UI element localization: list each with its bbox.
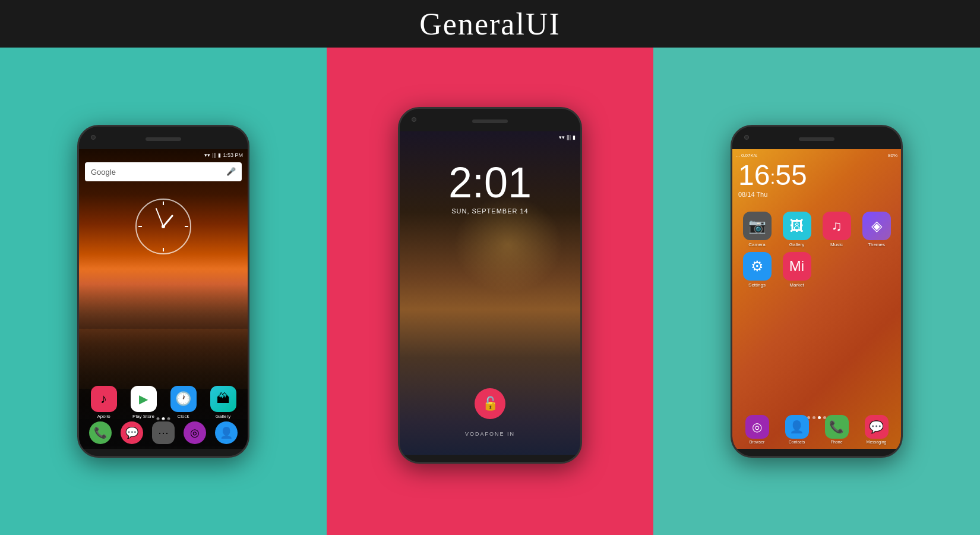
app-grid-right: 📷 Camera 🖼 Gallery ♫ Music [737,212,896,292]
panel-left: ▾▾ ||| ▮ 1:53 PM Google 🎤 [0,48,327,535]
analog-clock [134,197,193,256]
mic-icon[interactable]: 🎤 [226,167,236,177]
speaker-center [472,119,508,123]
main-content: ▾▾ ||| ▮ 1:53 PM Google 🎤 [0,48,980,535]
phone-bottom-right [732,449,901,456]
miui-date: 08/14 Thu [738,191,807,198]
app-row-2: ⚙ Settings Mi Market [737,252,896,288]
screen-right: ... 0.07K/s 80% 16:55 08/14 Thu [732,149,901,449]
battery-center: ▮ [573,134,576,140]
playstore-icon: ▶ [131,386,157,412]
miui-clock: 16:55 08/14 Thu [738,161,807,198]
screen-center: ▾▾ ||| ▮ 2:01 SUN, SEPTEMBER 14 🔓 VODA [400,131,580,455]
app-settings[interactable]: ⚙ Settings [740,252,774,288]
app-row-1: 📷 Camera 🖼 Gallery ♫ Music [737,212,896,247]
camera-center [412,117,416,122]
app-market[interactable]: Mi Market [780,252,814,288]
app-themes[interactable]: ◈ Themes [859,212,894,247]
app-camera[interactable]: 📷 Camera [740,212,774,247]
app-clock[interactable]: 🕐 Clock [170,386,197,419]
lock-date: SUN, SEPTEMBER 14 [400,207,580,215]
app-apollo[interactable]: ♪ Apollo [91,386,117,419]
panel-center: ▾▾ ||| ▮ 2:01 SUN, SEPTEMBER 14 🔓 VODA [327,48,653,535]
lock-button[interactable]: 🔓 [475,388,505,419]
gallery-label: Gallery [216,414,230,419]
playstore-label: Play Store [132,414,154,419]
wallpaper-left: ▾▾ ||| ▮ 1:53 PM Google 🎤 [79,149,248,449]
wifi-center: ▾▾ [559,134,565,140]
signal-center: ||| [567,134,571,140]
empty-2 [862,252,891,281]
camera-app-label: Camera [748,242,765,247]
clock-icon: 🕐 [170,386,197,412]
dock-browser[interactable]: ◎ Browser [745,415,769,444]
browser-label: Browser [750,440,765,444]
music-label: Music [830,242,843,247]
dock-messages[interactable]: 💬 [121,421,143,444]
dock-browser[interactable]: ◎ [184,421,206,444]
themes-icon: ◈ [862,212,891,240]
dock-messaging[interactable]: 💬 Messaging [865,415,889,444]
app-title: GeneralUI [419,7,560,42]
google-search-bar[interactable]: Google 🎤 [85,162,242,181]
panel-right: ... 0.07K/s 80% 16:55 08/14 Thu [653,48,980,535]
speaker-right [799,137,834,141]
phone-bottom-center [400,455,580,462]
camera-right [744,135,749,140]
gallery-icon: 🏔 [210,386,236,412]
dock-phone[interactable]: 📞 Phone [825,415,849,444]
messaging-label: Messaging [867,440,887,444]
phone-label: Phone [830,440,842,444]
svg-line-5 [163,216,172,226]
market-icon: Mi [783,252,811,281]
svg-point-7 [162,225,165,228]
phone-icon: 📞 [825,415,849,439]
battery-right: 80% [888,153,897,158]
phone-center: ▾▾ ||| ▮ 2:01 SUN, SEPTEMBER 14 🔓 VODA [398,107,582,464]
apollo-label: Apollo [97,414,110,419]
wallpaper-center: ▾▾ ||| ▮ 2:01 SUN, SEPTEMBER 14 🔓 VODA [400,131,580,455]
svg-line-6 [156,209,163,226]
phone-right: ... 0.07K/s 80% 16:55 08/14 Thu [731,125,903,458]
dock-left: 📞 💬 ⋯ ◎ 👤 [79,419,248,446]
camera-left [91,135,96,140]
signal-icon-left: ||| [212,152,216,158]
apollo-icon: ♪ [91,386,117,412]
dock-apps[interactable]: ⋯ [152,421,175,444]
lock-icon: 🔓 [482,396,498,411]
status-bar-center: ▾▾ ||| ▮ [400,131,580,143]
app-row-left: ♪ Apollo ▶ Play Store 🕐 Clock [79,386,248,419]
miui-time-display: 16:55 [738,161,807,190]
phone-left: ▾▾ ||| ▮ 1:53 PM Google 🎤 [77,125,249,458]
settings-icon: ⚙ [743,252,772,281]
phone-top-bar-right [732,127,901,149]
dock-phone[interactable]: 📞 [89,421,112,444]
time-left: 1:53 PM [223,152,243,158]
contacts-label: Contacts [789,440,805,444]
app-music[interactable]: ♫ Music [820,212,854,247]
messaging-icon: 💬 [865,415,889,439]
phone-top-bar-left [79,127,248,149]
app-gallery-right[interactable]: 🖼 Gallery [780,212,814,247]
miui-hours: 16 [738,159,770,191]
wifi-icon-left: ▾▾ [204,152,210,158]
gallery-app-label: Gallery [789,242,804,247]
empty-1 [823,252,851,281]
dock-right: ◎ Browser 👤 Contacts 📞 Phone 💬 [732,413,901,446]
battery-icon-left: ▮ [218,152,221,158]
app-gallery[interactable]: 🏔 Gallery [210,386,236,419]
dock-contacts[interactable]: 👤 [215,421,238,444]
app-playstore[interactable]: ▶ Play Store [131,386,157,419]
miui-colon: : [770,166,775,188]
status-bar-left: ▾▾ ||| ▮ 1:53 PM [79,149,248,161]
speaker-left [146,137,181,141]
phone-bottom-left [79,449,248,456]
wallpaper-right: ... 0.07K/s 80% 16:55 08/14 Thu [732,149,901,449]
dock-contacts[interactable]: 👤 Contacts [785,415,809,444]
header: GeneralUI [0,0,980,48]
screen-left: ▾▾ ||| ▮ 1:53 PM Google 🎤 [79,149,248,449]
lock-time: 2:01 SUN, SEPTEMBER 14 [400,161,580,215]
gallery-app-icon: 🖼 [783,212,811,240]
status-left-text: ... 0.07K/s [736,153,757,158]
music-icon: ♫ [823,212,851,240]
